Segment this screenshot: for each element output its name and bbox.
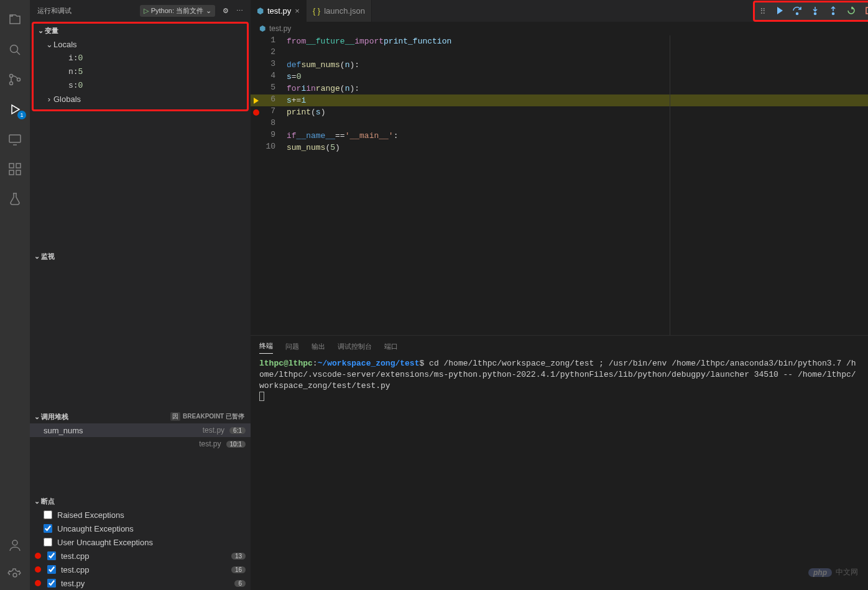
chevron-down-icon: ⌄ bbox=[32, 252, 41, 260]
code-line[interactable]: 4 s=0 bbox=[251, 71, 868, 83]
debug-config-dropdown[interactable]: ▷ Python: 当前文件 ⌄ bbox=[140, 5, 215, 17]
chevron-down-icon: ⌄ bbox=[32, 413, 41, 421]
terminal[interactable]: lthpc@lthpc:~/workspace_zong/test$ cd /h… bbox=[251, 354, 868, 590]
python-file-icon: ⬢ bbox=[259, 24, 265, 33]
settings-icon[interactable] bbox=[0, 560, 30, 590]
breakpoint-row[interactable]: Uncaught Exceptions bbox=[30, 522, 251, 535]
code-text: print(s) bbox=[287, 106, 868, 118]
stop-icon[interactable] bbox=[864, 6, 868, 17]
editor-tab[interactable]: ⬢test.py× bbox=[251, 0, 307, 22]
breakpoint-row[interactable]: test.cpp13 bbox=[30, 549, 251, 563]
code-line[interactable]: 8 bbox=[251, 118, 868, 130]
variables-header[interactable]: ⌄ 变量 bbox=[34, 24, 247, 37]
pause-reason-icon: 因 bbox=[170, 412, 180, 421]
code-line[interactable]: 5 for i in range(n): bbox=[251, 83, 868, 94]
callstack-status: 因 BREAKPOINT 已暂停 bbox=[170, 412, 248, 421]
gear-icon[interactable]: ⚙ bbox=[223, 7, 229, 15]
extensions-icon[interactable] bbox=[0, 154, 30, 184]
panel-tab[interactable]: 调试控制台 bbox=[338, 339, 372, 354]
line-number: 5 bbox=[262, 83, 287, 94]
code-line[interactable]: 9if __name__ == '__main__': bbox=[251, 130, 868, 142]
line-number: 9 bbox=[262, 130, 287, 142]
variable-row[interactable]: s: 0 bbox=[34, 78, 247, 92]
watermark: php 中文网 bbox=[808, 567, 858, 578]
drag-handle-icon[interactable]: ⠿ bbox=[760, 7, 766, 16]
breakpoint-checkbox[interactable] bbox=[47, 579, 56, 588]
variable-row[interactable]: n: 5 bbox=[34, 65, 247, 78]
breakpoint-row[interactable]: test.py6 bbox=[30, 576, 251, 590]
code-line[interactable]: 2 bbox=[251, 47, 868, 59]
explorer-icon[interactable] bbox=[0, 5, 30, 35]
watermark-logo: php bbox=[808, 568, 832, 577]
breakpoint-checkbox[interactable] bbox=[44, 510, 52, 519]
step-over-icon[interactable] bbox=[792, 6, 802, 17]
scm-icon[interactable] bbox=[0, 65, 30, 94]
editor-tab[interactable]: { }launch.json bbox=[307, 0, 372, 22]
current-line-icon bbox=[254, 98, 259, 104]
account-icon[interactable] bbox=[0, 530, 30, 560]
svg-rect-4 bbox=[9, 135, 21, 142]
terminal-line: lthpc@lthpc:~/workspace_zong/test$ cd /h… bbox=[259, 358, 859, 392]
locals-scope[interactable]: ⌄ Locals bbox=[34, 37, 247, 51]
globals-label: Globals bbox=[53, 94, 81, 104]
code-text: if __name__ == '__main__': bbox=[287, 130, 868, 142]
panel-tab[interactable]: 输出 bbox=[312, 339, 325, 354]
callstack-header[interactable]: ⌄ 调用堆栈 因 BREAKPOINT 已暂停 bbox=[30, 410, 251, 423]
close-icon[interactable]: × bbox=[295, 6, 300, 16]
variables-section-highlight: ⌄ 变量 ⌄ Locals i: 0n: 5s: 0 › Globals bbox=[32, 22, 249, 111]
breakpoint-checkbox[interactable] bbox=[47, 551, 56, 560]
svg-rect-8 bbox=[16, 170, 21, 175]
code-line[interactable]: 3def sum_nums(n): bbox=[251, 59, 868, 71]
globals-scope[interactable]: › Globals bbox=[34, 92, 247, 106]
callstack-row[interactable]: test.py10:1 bbox=[30, 437, 251, 451]
frame-file: test.py bbox=[203, 426, 224, 435]
svg-rect-6 bbox=[16, 164, 21, 168]
code-text: def sum_nums(n): bbox=[287, 59, 868, 71]
variables-header-label: 变量 bbox=[45, 26, 58, 35]
variable-name: i: bbox=[68, 53, 78, 63]
breakpoint-checkbox[interactable] bbox=[44, 538, 52, 546]
svg-rect-7 bbox=[9, 170, 14, 175]
breakpoint-row[interactable]: Raised Exceptions bbox=[30, 508, 251, 522]
breakpoint-label: test.cpp bbox=[61, 565, 90, 574]
frame-name: sum_nums bbox=[44, 426, 83, 435]
terminal-user: lthpc@lthpc bbox=[259, 359, 313, 368]
debug-icon[interactable]: 1 bbox=[0, 94, 30, 124]
more-icon[interactable]: ⋯ bbox=[236, 7, 243, 15]
panel-tab[interactable]: 问题 bbox=[285, 339, 299, 354]
breakpoint-checkbox[interactable] bbox=[47, 565, 56, 574]
breakpoints-header[interactable]: ⌄ 断点 bbox=[30, 494, 251, 508]
line-number: 6 bbox=[262, 94, 287, 106]
code-line[interactable]: 10 sum_nums(5) bbox=[251, 142, 868, 154]
breakpoint-row[interactable]: User Uncaught Exceptions bbox=[30, 535, 251, 549]
variable-value: 0 bbox=[78, 81, 83, 90]
continue-icon[interactable] bbox=[774, 6, 784, 17]
variable-row[interactable]: i: 0 bbox=[34, 51, 247, 65]
step-out-icon[interactable] bbox=[828, 6, 838, 17]
code-line[interactable]: 6 s += i bbox=[251, 94, 868, 106]
code-text: for i in range(n): bbox=[287, 83, 868, 94]
testing-icon[interactable] bbox=[0, 184, 30, 214]
watch-header[interactable]: ⌄ 监视 bbox=[30, 249, 251, 263]
restart-icon[interactable] bbox=[846, 6, 856, 17]
code-line[interactable]: 7 print(s) bbox=[251, 106, 868, 118]
tab-label: test.py bbox=[267, 6, 291, 16]
code-line[interactable]: 1from __future__ import print_function bbox=[251, 35, 868, 47]
search-icon[interactable] bbox=[0, 35, 30, 65]
callstack-row[interactable]: sum_numstest.py6:1 bbox=[30, 423, 251, 437]
panel-tab[interactable]: 终端 bbox=[259, 339, 273, 354]
terminal-cursor-line bbox=[259, 392, 859, 405]
svg-point-12 bbox=[814, 12, 816, 14]
sidebar-header: 运行和调试 ▷ Python: 当前文件 ⌄ ⚙ ⋯ bbox=[30, 0, 251, 22]
breakpoint-checkbox[interactable] bbox=[44, 524, 52, 533]
remote-icon[interactable] bbox=[0, 124, 30, 154]
panel-tab[interactable]: 端口 bbox=[384, 339, 398, 354]
breakpoint-icon[interactable] bbox=[253, 109, 259, 116]
breakpoint-label: Uncaught Exceptions bbox=[57, 524, 134, 533]
breadcrumb[interactable]: ⬢ test.py bbox=[251, 22, 868, 35]
code-editor[interactable]: 1from __future__ import print_function23… bbox=[251, 35, 868, 335]
editor-area: ⬢test.py×{ }launch.json ⠿ ⬢ test.py 1fro… bbox=[251, 0, 868, 590]
breakpoint-row[interactable]: test.cpp16 bbox=[30, 563, 251, 576]
step-into-icon[interactable] bbox=[810, 6, 820, 17]
svg-point-1 bbox=[10, 75, 13, 78]
